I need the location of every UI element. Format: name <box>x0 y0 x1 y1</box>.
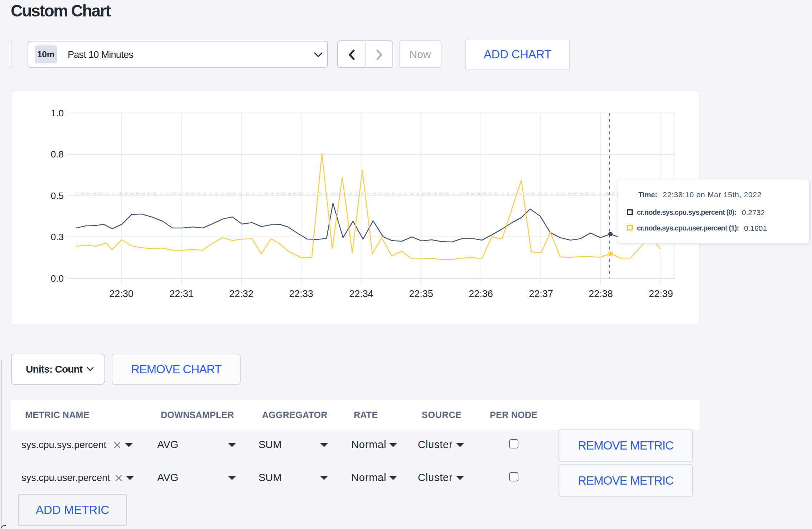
svg-text:22:31: 22:31 <box>169 288 194 299</box>
svg-text:22:30: 22:30 <box>109 288 134 299</box>
svg-text:22:39: 22:39 <box>649 288 673 299</box>
svg-text:22:34: 22:34 <box>349 288 373 299</box>
svg-text:22:36: 22:36 <box>469 288 493 299</box>
svg-text:0.8: 0.8 <box>51 149 64 160</box>
svg-text:22:32: 22:32 <box>229 288 253 299</box>
svg-text:22:38: 22:38 <box>589 288 613 299</box>
svg-text:0.0: 0.0 <box>51 273 64 284</box>
svg-text:1.0: 1.0 <box>51 108 64 118</box>
svg-text:22:35: 22:35 <box>409 288 433 299</box>
svg-text:0.3: 0.3 <box>51 232 64 242</box>
svg-text:22:33: 22:33 <box>289 288 313 299</box>
svg-text:0.5: 0.5 <box>51 190 64 201</box>
svg-text:22:37: 22:37 <box>529 288 553 299</box>
